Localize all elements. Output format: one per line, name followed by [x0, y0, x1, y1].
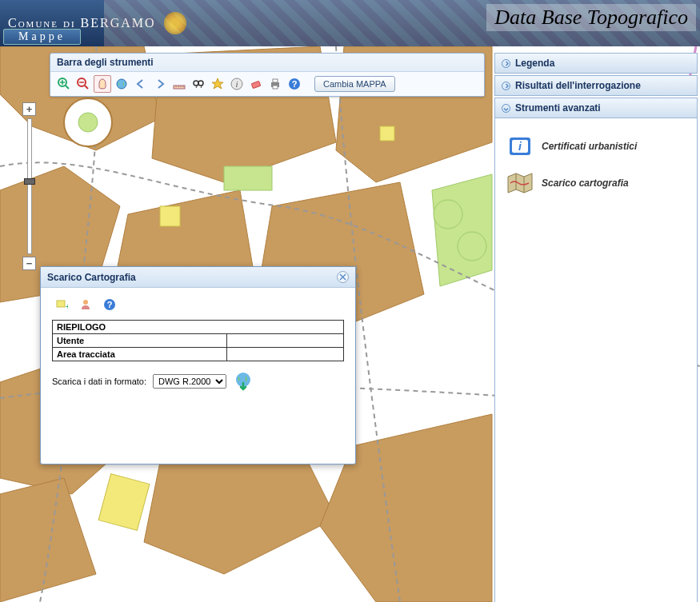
certificates-item[interactable]: i Certificati urbanistici — [503, 128, 689, 165]
svg-rect-14 — [160, 206, 180, 226]
query-results-header[interactable]: Risultati dell'interrogazione — [494, 75, 698, 96]
dialog-title: Scarico Cartografia — [47, 272, 136, 283]
legend-label: Legenda — [515, 58, 554, 69]
help-button[interactable]: ? — [286, 75, 303, 93]
certificates-label: Certificati urbanistici — [542, 141, 637, 152]
advanced-tools-header[interactable]: Strumenti avanzati — [494, 98, 698, 118]
toolbar-panel: Barra degli strumenti i ? Cambia MAPPA — [50, 53, 485, 97]
legend-header[interactable]: Legenda — [494, 53, 698, 74]
svg-rect-13 — [380, 126, 394, 141]
advanced-tools-label: Strumenti avanzati — [515, 102, 601, 114]
svg-line-22 — [66, 86, 69, 89]
svg-point-54 — [83, 300, 88, 305]
user-row-label: Utente — [53, 334, 227, 348]
svg-text:+: + — [66, 302, 68, 311]
zoom-in-button[interactable] — [55, 75, 73, 93]
identify-button[interactable]: i — [228, 75, 246, 93]
svg-rect-43 — [273, 86, 278, 89]
summary-table: RIEPILOGO Utente Area tracciata — [52, 320, 344, 361]
svg-point-20 — [78, 113, 98, 132]
zoom-out-button[interactable] — [74, 75, 92, 93]
svg-rect-42 — [273, 79, 278, 82]
svg-rect-52 — [57, 301, 65, 307]
erase-button[interactable] — [247, 75, 265, 93]
select-user-button[interactable] — [76, 296, 95, 313]
measure-button[interactable] — [170, 75, 188, 93]
area-row-value — [227, 348, 344, 361]
expand-icon — [502, 59, 510, 68]
app-header: Comune di BERGAMO Data Base Topografico … — [0, 0, 700, 46]
svg-point-17 — [434, 200, 462, 229]
svg-point-18 — [458, 232, 486, 261]
dialog-help-button[interactable]: ? — [100, 296, 119, 313]
download-button[interactable] — [233, 371, 254, 392]
svg-rect-15 — [224, 166, 272, 190]
dialog-header[interactable]: Scarico Cartografia — [41, 267, 355, 288]
zoom-slider[interactable]: + − — [22, 102, 37, 270]
user-row-value — [227, 334, 344, 348]
find-button[interactable] — [190, 75, 207, 93]
download-row: Scarica i dati in formato: DWG R.2000 — [52, 371, 344, 392]
download-cartography-label: Scarico cartografia — [542, 177, 629, 189]
svg-rect-40 — [251, 81, 260, 88]
svg-text:?: ? — [292, 79, 298, 89]
print-button[interactable] — [266, 75, 284, 93]
svg-line-26 — [85, 86, 88, 89]
query-results-label: Risultati dell'interrogazione — [515, 80, 641, 91]
pan-button[interactable] — [94, 75, 111, 93]
prev-view-button[interactable] — [132, 75, 150, 93]
certificate-icon: i — [506, 134, 534, 158]
map-download-icon — [506, 171, 534, 195]
advanced-tools-body: i Certificati urbanistici Scarico cartog… — [494, 118, 698, 602]
zoom-minus-button[interactable]: − — [22, 257, 36, 270]
svg-text:?: ? — [107, 300, 113, 309]
favorite-button[interactable] — [209, 75, 226, 93]
area-row-label: Area tracciata — [53, 348, 227, 361]
svg-text:i: i — [235, 79, 238, 89]
collapse-icon — [502, 104, 510, 113]
change-map-button[interactable]: Cambia MAPPA — [314, 76, 395, 92]
close-button[interactable] — [337, 271, 349, 283]
dialog-toolbar: + ? — [52, 296, 344, 313]
svg-point-28 — [117, 79, 126, 89]
toolbar-body: i ? Cambia MAPPA — [50, 72, 484, 96]
next-view-button[interactable] — [151, 75, 169, 93]
app-title: Data Base Topografico — [486, 4, 696, 31]
summary-header: RIEPILOGO — [53, 321, 344, 334]
main-area: + − Barra degli strumenti i ? Cambia MAP… — [0, 46, 700, 602]
zoom-plus-button[interactable]: + — [22, 102, 36, 116]
zoom-track[interactable] — [27, 118, 32, 254]
toolbar-title: Barra degli strumenti — [50, 54, 484, 72]
draw-rect-button[interactable]: + — [52, 296, 71, 313]
expand-icon — [502, 82, 510, 90]
svg-marker-16 — [432, 174, 492, 286]
zoom-thumb[interactable] — [24, 178, 35, 185]
section-tab[interactable]: Mappe — [3, 29, 81, 45]
download-dialog: Scarico Cartografia + ? RIEPILOGO Utente… — [40, 266, 356, 464]
download-cartography-item[interactable]: Scarico cartografia — [503, 165, 689, 201]
side-panel: Legenda Risultati dell'interrogazione St… — [494, 53, 698, 602]
zoom-world-button[interactable] — [113, 75, 130, 93]
format-select[interactable]: DWG R.2000 — [153, 374, 226, 389]
download-label: Scarica i dati in formato: — [52, 377, 146, 386]
dialog-body: + ? RIEPILOGO Utente Area tracciata Scar… — [41, 288, 355, 400]
